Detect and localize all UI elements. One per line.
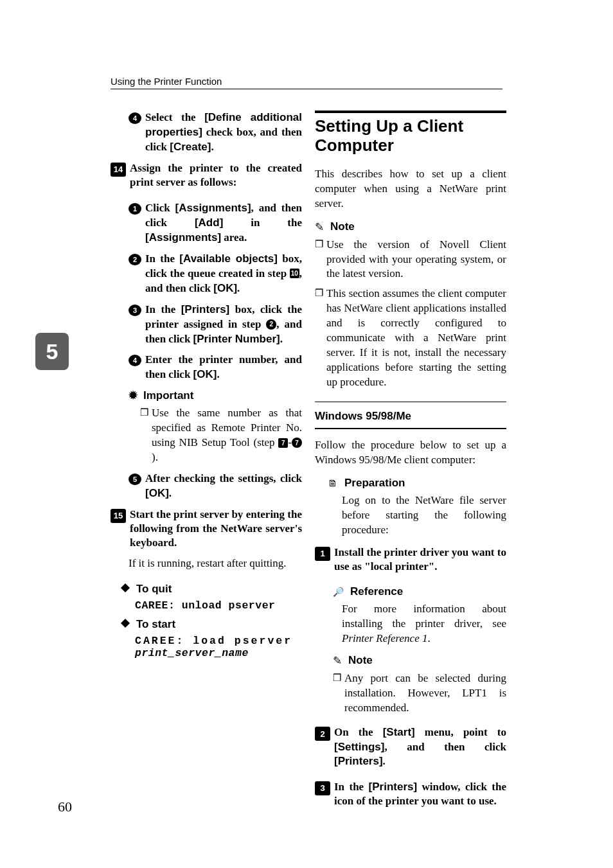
preparation-icon (328, 477, 341, 489)
note-label: Note (348, 654, 373, 667)
step-ref-7-icon: 7 (278, 438, 288, 448)
ui-label: [OK] (213, 282, 237, 294)
preparation-body: Log on to the NetWare file server before… (342, 493, 506, 538)
substep-14-2: 2 In the [Available objects] box, click … (129, 252, 302, 296)
important-label: Important (143, 389, 193, 402)
ui-label: [Printers] (369, 781, 418, 793)
ui-label: [Assignments] (175, 202, 251, 214)
step-15-text: Start the print server by entering the f… (126, 508, 302, 550)
substep-14-4: 4 Enter the printer number, and then cli… (129, 353, 302, 382)
step-1: 1 Install the printer driver you want to… (315, 545, 506, 574)
note-item-port: ❒ Any port can be selected during instal… (333, 671, 506, 716)
substep-14-3: 3 In the [Printers] box, click the print… (129, 303, 302, 347)
substep-14-5: 5 After checking the settings, click [OK… (129, 472, 302, 501)
diamond-icon (121, 583, 130, 592)
step-3: 3 In the [Printers] window, click the ic… (315, 780, 506, 808)
substep-14-1: 1 Click [Assignments], and then click [A… (129, 201, 302, 245)
win-intro: Follow the procedure below to set up a W… (315, 438, 506, 468)
note-icon (333, 654, 345, 668)
text: Select the (145, 111, 204, 123)
left-column: 4 Select the [Define additional properti… (111, 111, 302, 666)
note-heading: Note (315, 220, 506, 234)
t: . (427, 632, 430, 644)
subheading-rules (315, 402, 506, 402)
t: , and then click (384, 741, 506, 753)
t: In the (145, 303, 181, 315)
circle-2-icon: 2 (129, 254, 141, 265)
t: In the (145, 252, 179, 265)
note-item-2: ❒ This section assumes the client comput… (315, 287, 506, 390)
ui-label: [Start] (383, 726, 415, 738)
bullet-icon: ❒ (315, 238, 326, 282)
header-rule (111, 89, 502, 89)
ui-label: [Settings] (334, 741, 384, 753)
circle-5-icon: 5 (129, 474, 141, 485)
step-15-subtext: If it is running, restart after quitting… (129, 556, 302, 571)
ui-label: [Assignments] (145, 231, 221, 244)
circle-4-icon: 4 (129, 355, 141, 366)
title-rule-top (315, 111, 506, 113)
ref-title: Printer Reference 1 (342, 632, 427, 644)
t: Click (145, 202, 175, 214)
t: On the (334, 726, 383, 738)
t: In the (334, 781, 369, 793)
substep-4-define-props: 4 Select the [Define additional properti… (129, 111, 302, 155)
reference-body: For more information about installing th… (342, 602, 506, 646)
step-2: 2 On the [Start] menu, point to [Setting… (315, 725, 506, 768)
note-item-1: ❒ Use the version of Novell Client provi… (315, 238, 506, 282)
step-badge-15: 15 (111, 509, 126, 523)
right-column: Setting Up a Client Computer This descri… (315, 111, 506, 820)
note-icon (315, 220, 327, 234)
reference-heading: Reference (333, 585, 506, 598)
text: . (211, 141, 214, 153)
to-quit-label: To quit (136, 583, 172, 595)
reference-label: Reference (350, 585, 403, 598)
step-14-text: Assign the printer to the created print … (126, 161, 302, 190)
t: . (217, 368, 219, 380)
t: in the (223, 217, 302, 229)
page-number: 60 (58, 799, 72, 815)
intro-text: This describes how to set up a client co… (315, 167, 506, 211)
important-block: Important ❒ Use the same number as that … (129, 389, 302, 465)
note-port-text: Any port can be selected during installa… (344, 671, 506, 716)
t: . (383, 755, 386, 767)
step-1-text: Install the printer driver you want to u… (330, 545, 506, 574)
step-badge-14: 14 (111, 163, 126, 177)
step-2-text: On the [Start] menu, point to [Settings]… (330, 725, 506, 768)
t: . (280, 333, 283, 345)
bullet-icon: ❒ (315, 287, 326, 390)
cmd-line-1: CAREE: load pserver (135, 635, 292, 647)
to-start-heading: To start (122, 618, 302, 631)
windows-heading: Windows 95/98/Me (315, 410, 506, 423)
note-2-text: This section assumes the client computer… (326, 287, 506, 390)
step-ref-10-icon: 10 (290, 269, 299, 278)
quit-command: CAREE: unload pserver (135, 599, 302, 612)
to-start-label: To start (136, 618, 175, 630)
step-badge-2: 2 (315, 727, 330, 741)
circle-3-icon: 3 (129, 305, 141, 316)
section-title: Setting Up a Client Computer (315, 117, 506, 155)
circle-ref-7-icon: 7 (292, 438, 302, 448)
preparation-label: Preparation (344, 477, 405, 490)
bullet-icon: ❒ (140, 406, 152, 465)
ui-label: [OK] (145, 487, 169, 499)
ui-label: [Printers] (334, 755, 383, 767)
note-heading-2: Note (333, 654, 506, 668)
chapter-tab: 5 (35, 333, 69, 370)
start-command: CAREE: load pserver print_server_name (135, 635, 302, 659)
step-badge-3: 3 (315, 781, 330, 795)
diamond-icon (121, 619, 130, 628)
ui-label: [Create] (170, 141, 211, 153)
t: For more information about installing th… (342, 603, 506, 630)
note-label: Note (330, 220, 355, 233)
preparation-heading: Preparation (328, 477, 506, 490)
ui-label: [Available objects] (179, 252, 278, 265)
t: Enter the printer number, and then click (145, 353, 302, 380)
ui-label: [Printers] (181, 303, 230, 315)
t: . (237, 282, 240, 294)
ui-label: [Printer Number] (193, 333, 280, 345)
cmd-line-2: print_server_name (135, 647, 249, 659)
t: After checking the settings, click (145, 472, 302, 484)
subheading-rule-bottom (315, 428, 506, 429)
ui-label: [Add] (195, 217, 223, 229)
